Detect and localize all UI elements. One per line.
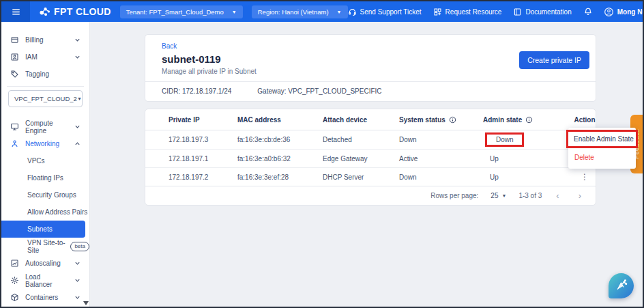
region-selector[interactable]: Region: Hanoi (Vietnam) ▼ <box>252 5 348 18</box>
sidebar-item-iam[interactable]: IAM <box>1 48 89 66</box>
cell-admin-state: Down <box>483 132 574 147</box>
next-page-button[interactable]: › <box>576 191 583 201</box>
column-header-private-ip: Private IP <box>169 116 237 124</box>
menu-item-delete[interactable]: Delete <box>568 148 636 167</box>
user-name: Mong Nuong <box>617 8 644 16</box>
cidr-value: CIDR: 172.18.197.1/24 <box>162 87 231 95</box>
table-row: 172.18.197.2 fa:16:3e:3e:ef:28 DHCP Serv… <box>145 167 596 186</box>
headset-icon <box>348 8 357 16</box>
sidebar-item-label: IAM <box>25 53 68 61</box>
cell-system-status: Down <box>399 136 483 143</box>
sidebar-item-label: Allow Address Pairs <box>27 208 87 216</box>
tenant-selector[interactable]: Tenant: FPT_Smart_Cloud_Demo ▼ <box>120 5 243 18</box>
sidebar-item-vpn-site-to-site[interactable]: VPN Site-to-Site beta <box>1 238 89 255</box>
sidebar-item-label: VPCs <box>27 157 45 165</box>
menu-item-enable-admin-state[interactable]: Enable Admin State <box>566 130 638 148</box>
sidebar-item-tagging[interactable]: Tagging <box>1 66 89 83</box>
sidebar-item-security-groups[interactable]: Security Groups <box>1 186 89 204</box>
sidebar-item-label: Load Balancer <box>25 273 68 288</box>
app-window: FPT CLOUD Tenant: FPT_Smart_Cloud_Demo ▼… <box>0 0 644 308</box>
cell-attach-device: Detached <box>323 136 399 143</box>
info-icon[interactable] <box>449 116 456 124</box>
chevron-down-icon <box>74 36 81 44</box>
previous-page-button[interactable]: ‹ <box>554 191 561 201</box>
chevron-down-icon <box>74 294 81 301</box>
monitor-icon <box>10 122 19 131</box>
cell-system-status: Active <box>399 155 483 163</box>
cell-mac-address: fa:16:3e:cb:de:36 <box>237 136 323 143</box>
sidebar-item-label: Floating IPs <box>27 174 63 182</box>
rows-per-page-select[interactable]: 25 ▼ <box>491 192 506 199</box>
sidebar-item-label: Subnets <box>27 225 53 233</box>
cell-private-ip: 172.18.197.2 <box>169 173 237 181</box>
cell-admin-state: Up <box>483 155 574 163</box>
chevron-down-icon <box>74 123 81 130</box>
cell-admin-state: Up <box>483 173 574 181</box>
sidebar-item-load-balancer[interactable]: Load Balancer <box>1 272 89 289</box>
gear-icon <box>10 276 19 285</box>
cell-mac-address: fa:16:3e:a0:b6:32 <box>237 155 323 163</box>
chatbot-button[interactable] <box>609 273 634 298</box>
molecule-logo-icon <box>39 6 50 18</box>
subnet-header-card: Back subnet-0119 Manage all private IP i… <box>145 34 596 102</box>
sidebar-item-label: Compute Engine <box>25 120 68 135</box>
hamburger-menu-button[interactable] <box>1 1 30 22</box>
documentation-link[interactable]: Documentation <box>513 8 571 16</box>
create-private-ip-button[interactable]: Create private IP <box>519 51 589 69</box>
main-content: Back subnet-0119 Manage all private IP i… <box>90 22 643 307</box>
sidebar-item-vpcs[interactable]: VPCs <box>1 152 89 169</box>
vpc-select-value: VPC_FPT_CLOUD_2 <box>14 95 77 102</box>
resource-grid-icon <box>433 8 442 16</box>
sidebar-item-autoscaling[interactable]: Autoscaling <box>1 255 89 272</box>
sidebar-item-label: Autoscaling <box>25 260 68 267</box>
sidebar-item-label: VPN Site-to-Site <box>27 239 67 254</box>
row-actions-button[interactable]: ⋮ <box>578 173 591 181</box>
cell-private-ip: 172.18.197.1 <box>169 155 237 163</box>
notifications-button[interactable] <box>583 7 593 16</box>
tag-icon <box>10 70 19 79</box>
book-icon <box>513 8 522 16</box>
chevron-down-icon: ▼ <box>232 10 237 14</box>
cell-private-ip: 172.18.197.3 <box>169 136 237 143</box>
sidebar-item-networking[interactable]: Networking <box>1 135 89 152</box>
autoscaling-icon <box>10 259 19 268</box>
sidebar-item-floating-ips[interactable]: Floating IPs <box>1 169 89 186</box>
sidebar: Billing IAM Tagging VPC_FPT_CLOUD_2 ▼ Co… <box>1 22 90 307</box>
request-resource-link[interactable]: Request Resource <box>433 8 502 16</box>
fpt-cloud-logo[interactable]: FPT CLOUD <box>39 6 111 18</box>
region-label: Region: Hanoi (Vietnam) <box>258 8 329 16</box>
column-header-action: Action <box>574 116 596 124</box>
sidebar-scroll-arrow[interactable] <box>83 301 89 305</box>
bell-icon <box>583 7 593 16</box>
back-link[interactable]: Back <box>145 39 177 51</box>
annotation-box: Down <box>485 132 524 147</box>
column-header-admin-state: Admin state <box>483 116 574 124</box>
sidebar-item-allow-address-pairs[interactable]: Allow Address Pairs <box>1 204 89 221</box>
pagination-range: 1-3 of 3 <box>518 192 542 199</box>
request-resource-label: Request Resource <box>445 8 502 16</box>
user-menu[interactable]: Mong Nuong ▼ <box>604 7 644 17</box>
sidebar-item-label: Billing <box>25 36 68 44</box>
chevron-down-icon: ▼ <box>77 96 82 101</box>
sidebar-item-subnets[interactable]: Subnets <box>1 221 85 238</box>
sidebar-item-billing[interactable]: Billing <box>1 31 89 48</box>
table-row: 172.18.197.1 fa:16:3e:a0:b6:32 Edge Gate… <box>145 149 596 167</box>
fpt-ai-chat-icon <box>614 279 628 293</box>
cube-icon <box>10 293 19 302</box>
vpc-select[interactable]: VPC_FPT_CLOUD_2 ▼ <box>8 90 83 107</box>
chevron-down-icon <box>74 277 81 284</box>
send-support-ticket-link[interactable]: Send Support Ticket <box>348 8 422 16</box>
private-ip-table-card: Private IP MAC address Attach device Sys… <box>145 109 596 206</box>
info-icon[interactable] <box>525 116 533 124</box>
pagination-bar: Rows per page: 25 ▼ 1-3 of 3 ‹ › <box>145 186 596 205</box>
billing-icon <box>10 36 19 44</box>
chevron-down-icon: ▼ <box>501 193 506 198</box>
sidebar-item-compute-engine[interactable]: Compute Engine <box>1 118 89 135</box>
gateway-value: Gateway: VPC_FPT_CLOUD_SPECIFIC <box>257 87 381 95</box>
beta-badge: beta <box>70 242 89 251</box>
top-navigation-bar: FPT CLOUD Tenant: FPT_Smart_Cloud_Demo ▼… <box>1 1 643 22</box>
sidebar-item-containers[interactable]: Containers <box>1 289 89 306</box>
iam-icon <box>10 53 19 61</box>
cell-attach-device: DHCP Server <box>323 173 399 181</box>
table-row: 172.18.197.3 fa:16:3e:cb:de:36 Detached … <box>145 130 596 149</box>
